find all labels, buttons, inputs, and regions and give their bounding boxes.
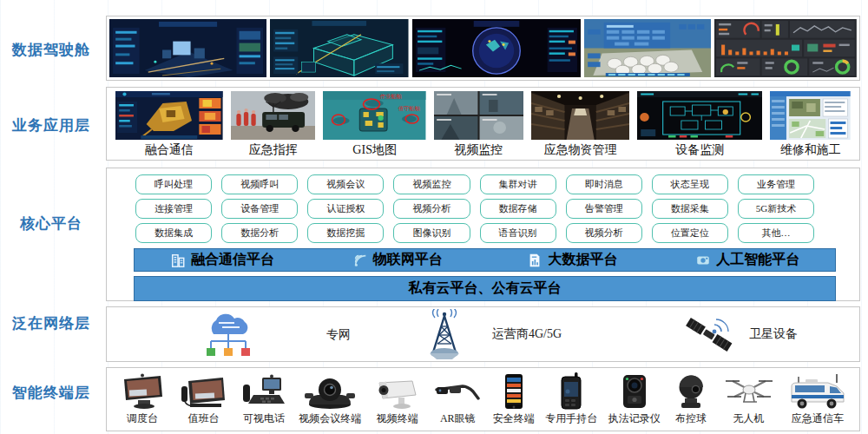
capability-box: 数据挖掘 — [307, 223, 384, 243]
iot-signal-icon — [352, 253, 368, 268]
data-cockpit-row — [106, 16, 860, 81]
platform-label: 大数据平台 — [548, 251, 617, 269]
cloud-network-icon — [196, 312, 260, 358]
terminal-vc-terminal: 视频会议终端 — [299, 372, 361, 426]
dashboard-wireframe-thumbnail — [270, 19, 409, 77]
network-label: 专网 — [326, 327, 351, 343]
app-label: 设备监测 — [637, 142, 762, 158]
drone-icon — [722, 372, 776, 411]
capability-box: 语音识别 — [480, 223, 556, 243]
capability-box: 数据分析 — [221, 223, 298, 243]
capability-grid: 呼叫处理 视频呼叫 视频会议 视频监控 集群对讲 即时消息 状态呈现 业务管理 … — [135, 174, 814, 243]
app-item-emergency-command: 应急指挥 — [231, 91, 316, 158]
bullet-camera-icon — [372, 372, 423, 411]
gis-map-thumbnail: 作业船舶 值守船舶 — [323, 91, 425, 140]
terminal-ar-glasses: AR眼镜 — [433, 372, 482, 426]
terminal-dispatch-console: 调度台 — [117, 372, 168, 426]
capability-box: 集群对讲 — [480, 174, 556, 194]
layer-label-terminal: 智能终端层 — [0, 383, 102, 403]
terminal-label: 布控球 — [675, 411, 707, 426]
terminal-duty-console: 值班台 — [178, 372, 228, 426]
ptz-ball-camera-icon — [671, 372, 711, 411]
app-item-video-surveillance: 视频监控 — [434, 91, 523, 158]
building-icon — [170, 253, 186, 268]
terminal-video-terminal: 视频终端 — [372, 372, 423, 426]
capability-box: 数据存储 — [480, 199, 556, 219]
capability-box: 连接管理 — [135, 199, 212, 219]
capability-box: 视频分析 — [566, 223, 642, 243]
platform-bar: 融合通信平台 物联网平台 大数据平台 — [134, 248, 836, 272]
capability-box: 业务管理 — [738, 174, 814, 194]
dispatch-console-icon — [117, 372, 168, 411]
platform-item-converged-comm: 融合通信平台 — [135, 251, 310, 269]
video-phone-icon — [240, 372, 288, 411]
capability-box: 数据采集 — [652, 199, 728, 219]
network-row: 专网 运营商4G/5G — [106, 306, 860, 362]
network-item-carrier: 运营商4G/5G — [418, 309, 562, 359]
converged-comm-thumbnail — [115, 91, 223, 140]
architecture-diagram: 数据驾驶舱 业务应用层 核心平台 泛在网络层 智能终端层 — [0, 0, 868, 434]
cell-tower-icon — [418, 309, 471, 359]
capability-box: 视频会议 — [307, 174, 384, 194]
app-label: GIS地图 — [323, 142, 425, 158]
platform-label: 人工智能平台 — [716, 251, 799, 269]
terminal-body-camera: 执法记录仪 — [608, 372, 661, 426]
capability-box: 设备管理 — [221, 199, 298, 219]
emergency-command-thumbnail — [231, 91, 316, 140]
app-item-supplies-management: 应急物资管理 — [531, 91, 629, 158]
wireframe-dashboard-image — [270, 19, 409, 77]
tank-farm-dashboard-image — [584, 19, 712, 77]
terminal-label: 安全终端 — [493, 411, 535, 426]
terminal-label: 应急通信车 — [792, 411, 844, 426]
capability-box: 即时消息 — [566, 174, 642, 194]
business-app-row: 融合通信 — [106, 87, 860, 161]
terminal-label: 值班台 — [187, 411, 219, 426]
network-label: 卫星设备 — [749, 326, 798, 342]
dashboard-city-thumbnail — [109, 19, 266, 77]
capability-box: 图像识别 — [393, 223, 470, 243]
supplies-warehouse-image — [531, 91, 629, 140]
metrics-dashboard-image — [714, 19, 857, 77]
gis-annotation-working-ships: 作业船舶 — [379, 93, 402, 100]
terminal-handheld: 专用手持台 — [545, 372, 597, 426]
platform-item-ai: 人工智能平台 — [660, 251, 835, 269]
platform-label: 融合通信平台 — [191, 251, 274, 269]
app-label: 应急指挥 — [231, 142, 316, 158]
terminal-label: AR眼镜 — [440, 411, 476, 426]
emergency-command-image — [231, 91, 316, 140]
smartphone-icon — [496, 372, 531, 411]
platform-item-iot: 物联网平台 — [310, 251, 485, 269]
cloud-platform-bar: 私有云平台、公有云平台 — [134, 276, 836, 301]
network-item-private: 专网 — [196, 312, 351, 358]
terminal-label: 可视电话 — [243, 411, 285, 426]
capability-box: 状态呈现 — [652, 174, 728, 194]
terminal-row: 调度台 值班台 可视电话 — [106, 367, 860, 431]
layer-label-core-platform: 核心平台 — [0, 214, 102, 233]
capability-box: 视频分析 — [393, 199, 470, 219]
city-dashboard-image — [109, 19, 266, 77]
terminal-ptz-ball: 布控球 — [671, 372, 711, 426]
terminal-video-phone: 可视电话 — [240, 372, 288, 426]
capability-box: 视频监控 — [393, 174, 470, 194]
terminal-label: 执法记录仪 — [608, 411, 661, 426]
app-label: 应急物资管理 — [531, 142, 629, 158]
capability-box: 视频呼叫 — [221, 174, 298, 194]
duty-console-icon — [178, 372, 228, 411]
globe-dashboard-image — [412, 19, 581, 77]
terminal-secure-terminal: 安全终端 — [493, 372, 535, 426]
video-conference-camera-icon — [303, 372, 357, 411]
capability-box: 5G新技术 — [738, 199, 814, 219]
satellite-icon — [681, 312, 737, 356]
cloud-bar-label: 私有云平台、公有云平台 — [409, 279, 562, 298]
maintenance-image — [770, 91, 851, 140]
gis-map-image: 作业船舶 值守船舶 — [323, 91, 425, 140]
ar-glasses-icon — [433, 372, 482, 411]
body-camera-icon — [615, 372, 654, 411]
capability-box: 认证授权 — [307, 199, 384, 219]
app-item-maintenance: 维修和施工 — [770, 91, 851, 158]
emergency-vehicle-icon — [786, 372, 849, 411]
network-label: 运营商4G/5G — [492, 326, 562, 342]
core-platform-row: 呼叫处理 视频呼叫 视频会议 视频监控 集群对讲 即时消息 状态呈现 业务管理 … — [106, 168, 860, 301]
capability-box: 位置定位 — [652, 223, 728, 243]
capability-box: 数据集成 — [135, 223, 212, 243]
